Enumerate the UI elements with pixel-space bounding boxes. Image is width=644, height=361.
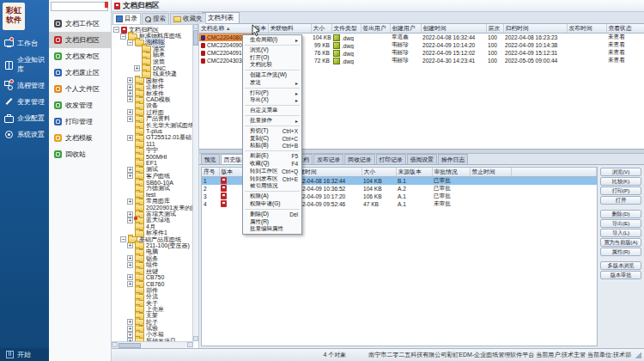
- menu-item[interactable]: 删除(D)Del: [243, 211, 301, 218]
- menu-item[interactable]: 复制(C)Ctrl+C: [243, 135, 301, 143]
- hscroll-thumb[interactable]: [118, 343, 141, 348]
- menu-item[interactable]: 粘贴(B)Ctrl+B: [243, 143, 301, 150]
- expand-icon[interactable]: +: [127, 116, 133, 122]
- sidebar-item-6[interactable]: 系统设置: [0, 127, 49, 142]
- module-item-4[interactable]: 文档废止区: [49, 64, 111, 81]
- sidebar-item-3[interactable]: 流程管理: [0, 78, 49, 93]
- module-item-1[interactable]: 文档工作区: [49, 15, 111, 32]
- column-header[interactable]: 查看状态: [606, 24, 644, 34]
- column-header[interactable]: 来源版本: [396, 168, 432, 177]
- tree-item[interactable]: 500MHI: [113, 154, 192, 160]
- expand-icon[interactable]: +: [127, 199, 133, 205]
- column-header[interactable]: 关联物料: [268, 24, 311, 34]
- tree-item[interactable]: +客户图纸: [113, 173, 192, 179]
- menu-item[interactable]: 导出(X)▸: [243, 97, 301, 105]
- scroll-up-icon[interactable]: [193, 24, 198, 29]
- column-header[interactable]: 文档名称 ▲: [199, 24, 252, 34]
- tree-item[interactable]: 滚筒: [113, 58, 192, 64]
- scroll-left-icon[interactable]: [112, 342, 118, 347]
- tree-vscrollbar[interactable]: [192, 24, 198, 341]
- menu-item[interactable]: 打开(O): [243, 54, 301, 62]
- column-header[interactable]: 大小: [361, 168, 396, 177]
- expand-icon[interactable]: +: [127, 84, 133, 90]
- expand-icon[interactable]: +: [127, 173, 133, 179]
- detail-tab-7[interactable]: 打印记录: [376, 154, 406, 164]
- detail-tab-9[interactable]: 操作日志: [438, 154, 468, 164]
- detail-tab-5[interactable]: 发布记录: [313, 154, 343, 164]
- expand-icon[interactable]: +: [127, 90, 133, 96]
- menu-item[interactable]: 转到发布区Ctrl+E: [243, 175, 301, 183]
- version-action-button-8[interactable]: 置为当前版(A): [600, 238, 641, 247]
- column-header[interactable]: 签出用户: [361, 24, 390, 34]
- expand-icon[interactable]: +: [127, 326, 133, 332]
- column-header[interactable]: 层次: [486, 24, 503, 34]
- sidebar-item-2[interactable]: 企业知识库: [0, 52, 49, 76]
- module-item-9[interactable]: 回收站: [49, 146, 111, 162]
- column-header[interactable]: 序号: [202, 168, 219, 177]
- tree-item[interactable]: 长光华大测试图纸: [113, 122, 192, 128]
- expand-icon[interactable]: +: [127, 77, 133, 83]
- scroll-right-icon[interactable]: [187, 342, 193, 347]
- expand-icon[interactable]: +: [127, 167, 133, 173]
- expand-icon[interactable]: +: [127, 96, 133, 102]
- expand-icon[interactable]: +: [127, 319, 133, 325]
- tree-hscrollbar[interactable]: [112, 341, 193, 348]
- version-action-button-3[interactable]: 打印(P): [600, 187, 641, 195]
- menu-item[interactable]: 批量操作▸: [243, 117, 301, 125]
- tree-item[interactable]: 宁宁: [113, 147, 192, 153]
- expand-icon[interactable]: +: [127, 255, 133, 261]
- menu-item[interactable]: 权限申请(G): [243, 200, 301, 208]
- menu-item[interactable]: 生命周期(I)▸: [243, 36, 301, 44]
- start-button[interactable]: 开始: [0, 348, 49, 361]
- module-item-2[interactable]: 文档归档区: [49, 32, 111, 48]
- version-action-button-11[interactable]: 版本审批: [600, 271, 641, 279]
- version-action-button-4[interactable]: 打开: [600, 196, 641, 205]
- sidebar-item-5[interactable]: 企业配置: [0, 111, 49, 125]
- menu-item[interactable]: 浏览(V): [243, 46, 301, 54]
- module-item-5[interactable]: 个人文件区: [49, 81, 111, 97]
- menu-item[interactable]: 剪切(T)Ctrl+X: [243, 127, 301, 135]
- detail-tab-8[interactable]: 借阅设置: [407, 154, 437, 164]
- module-item-8[interactable]: 文档模板: [49, 130, 111, 146]
- menu-item[interactable]: 发送▸: [243, 79, 301, 87]
- menu-item[interactable]: 被引用情况: [243, 183, 301, 191]
- tab-document-list[interactable]: 文档列表: [202, 12, 240, 23]
- version-action-button-10[interactable]: 多版本浏览: [600, 261, 641, 270]
- menu-item[interactable]: 创建工作流(W): [243, 71, 301, 79]
- column-header[interactable]: 大小: [311, 24, 331, 34]
- module-search-input[interactable]: [51, 2, 108, 11]
- expand-icon[interactable]: +: [127, 281, 133, 287]
- expand-icon[interactable]: +: [127, 211, 133, 217]
- sidebar-item-4[interactable]: 变更管理: [0, 95, 49, 109]
- menu-item[interactable]: 权限(A): [243, 193, 301, 200]
- expand-icon[interactable]: +: [127, 262, 133, 268]
- expand-icon[interactable]: +: [127, 217, 133, 223]
- module-item-6[interactable]: 收发管理: [49, 97, 111, 113]
- column-header[interactable]: 禁止时间: [470, 168, 511, 177]
- menu-item[interactable]: 刷新(E)F5: [243, 152, 301, 160]
- expand-icon[interactable]: +: [127, 109, 133, 115]
- collapse-icon[interactable]: −: [120, 236, 126, 242]
- tree-item[interactable]: 丝键: [113, 268, 192, 274]
- expand-icon[interactable]: +: [127, 332, 133, 338]
- collapse-icon[interactable]: −: [113, 27, 119, 33]
- module-item-3[interactable]: 文档发布区: [49, 48, 111, 64]
- collapse-icon[interactable]: −: [120, 34, 126, 40]
- column-header[interactable]: 文件类型: [331, 24, 361, 34]
- sidebar-item-1[interactable]: 工作台: [0, 36, 49, 51]
- column-header[interactable]: 创建时间: [421, 24, 486, 34]
- menu-item[interactable]: 文档比较: [243, 61, 301, 69]
- version-action-button-6[interactable]: 导出(E): [600, 219, 641, 228]
- version-action-button-7[interactable]: 导入(L): [600, 229, 641, 237]
- menu-item[interactable]: 属性(R): [243, 218, 301, 226]
- version-action-button-2[interactable]: 比较(K): [600, 177, 641, 186]
- version-action-button-1[interactable]: 浏览(V): [600, 168, 641, 176]
- column-header[interactable]: 审批情况: [432, 168, 470, 177]
- expand-icon[interactable]: +: [127, 274, 133, 280]
- tree-item[interactable]: +CB750: [113, 274, 192, 280]
- menu-item[interactable]: 转到工作区Ctrl+Q: [243, 168, 301, 175]
- tree-item[interactable]: 力德测试: [113, 186, 192, 192]
- collapse-icon[interactable]: −: [127, 40, 133, 46]
- vscroll-thumb[interactable]: [193, 30, 198, 46]
- detail-tab-6[interactable]: 回收记录: [344, 154, 374, 164]
